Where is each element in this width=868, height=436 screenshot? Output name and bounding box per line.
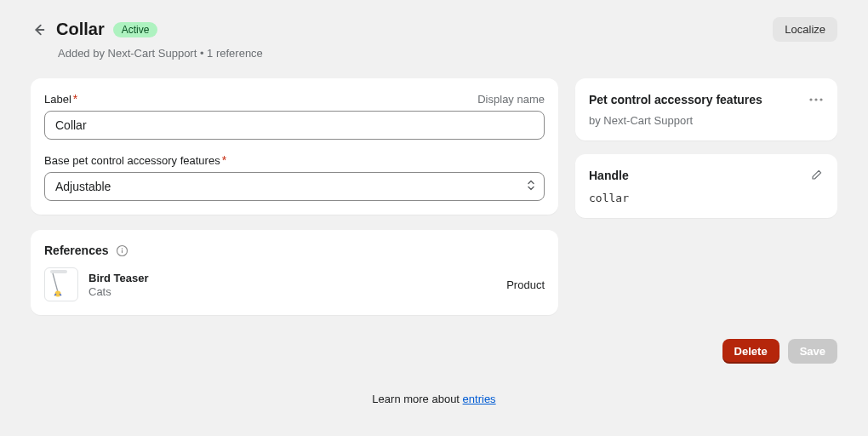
references-card: References Bird Teaser Cats (31, 230, 558, 315)
save-button[interactable]: Save (788, 339, 837, 364)
required-indicator: * (73, 92, 77, 106)
page-subheader: Added by Next-Cart Support • 1 reference (58, 47, 837, 60)
definition-card: Pet control accessory features by Next-C… (575, 78, 837, 141)
svg-rect-2 (122, 250, 123, 253)
label-field-label: Label (44, 93, 71, 106)
status-badge: Active (113, 22, 158, 37)
svg-point-1 (122, 248, 123, 250)
reference-row[interactable]: Bird Teaser Cats Product (44, 267, 545, 301)
info-icon[interactable] (116, 244, 129, 257)
reference-thumbnail (44, 267, 78, 301)
entries-link[interactable]: entries (463, 393, 496, 405)
reference-title: Bird Teaser (89, 272, 149, 284)
base-field-label: Base pet control accessory features (44, 154, 220, 167)
definition-byline: by Next-Cart Support (589, 114, 824, 127)
svg-rect-3 (50, 270, 67, 273)
label-field-hint: Display name (477, 93, 545, 106)
handle-card: Handle collar (575, 154, 837, 218)
label-input[interactable] (44, 111, 545, 140)
svg-point-7 (814, 98, 817, 100)
svg-line-4 (53, 273, 58, 292)
delete-button[interactable]: Delete (722, 339, 779, 364)
handle-value: collar (589, 192, 824, 204)
localize-button[interactable]: Localize (773, 17, 837, 42)
svg-point-6 (809, 98, 812, 100)
reference-type: Product (506, 278, 545, 291)
learn-more-text: Learn more about entries (31, 393, 837, 405)
base-feature-select[interactable]: Adjustable (44, 172, 545, 201)
entry-form-card: Label* Display name Base pet control acc… (31, 78, 558, 215)
definition-title: Pet control accessory features (589, 93, 762, 106)
more-actions-icon[interactable] (808, 92, 824, 107)
references-heading: References (44, 244, 109, 257)
reference-subtitle: Cats (89, 285, 149, 298)
svg-point-8 (819, 98, 822, 100)
handle-title: Handle (589, 169, 629, 182)
edit-handle-icon[interactable] (808, 168, 824, 183)
page-title: Collar (56, 20, 105, 39)
back-arrow-icon[interactable] (31, 21, 48, 38)
required-indicator: * (222, 153, 226, 167)
